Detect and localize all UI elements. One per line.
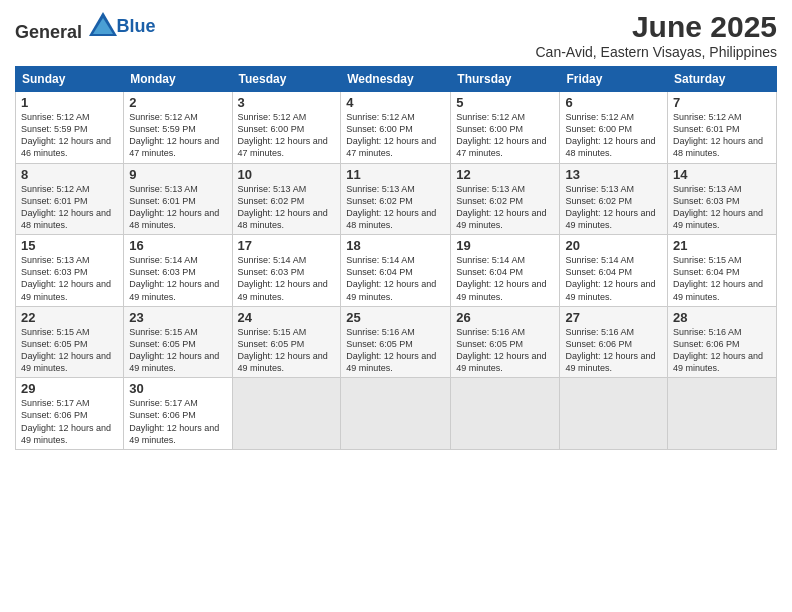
day-info: Sunrise: 5:12 AMSunset: 6:00 PMDaylight:… — [238, 111, 336, 160]
day-info: Sunrise: 5:14 AMSunset: 6:04 PMDaylight:… — [346, 254, 445, 303]
header: General Blue June 2025 Can-Avid, Eastern… — [15, 10, 777, 60]
calendar-row: 29Sunrise: 5:17 AMSunset: 6:06 PMDayligh… — [16, 378, 777, 450]
page: General Blue June 2025 Can-Avid, Eastern… — [0, 0, 792, 612]
day-info: Sunrise: 5:14 AMSunset: 6:03 PMDaylight:… — [129, 254, 226, 303]
day-number: 16 — [129, 238, 226, 253]
table-cell — [560, 378, 668, 450]
col-monday: Monday — [124, 67, 232, 92]
day-number: 10 — [238, 167, 336, 182]
table-cell: 22Sunrise: 5:15 AMSunset: 6:05 PMDayligh… — [16, 306, 124, 378]
table-cell: 7Sunrise: 5:12 AMSunset: 6:01 PMDaylight… — [668, 92, 777, 164]
day-info: Sunrise: 5:16 AMSunset: 6:05 PMDaylight:… — [346, 326, 445, 375]
table-cell: 16Sunrise: 5:14 AMSunset: 6:03 PMDayligh… — [124, 235, 232, 307]
day-number: 19 — [456, 238, 554, 253]
day-number: 4 — [346, 95, 445, 110]
col-sunday: Sunday — [16, 67, 124, 92]
table-cell — [232, 378, 341, 450]
day-number: 7 — [673, 95, 771, 110]
day-number: 18 — [346, 238, 445, 253]
day-info: Sunrise: 5:13 AMSunset: 6:02 PMDaylight:… — [238, 183, 336, 232]
day-number: 13 — [565, 167, 662, 182]
table-cell: 17Sunrise: 5:14 AMSunset: 6:03 PMDayligh… — [232, 235, 341, 307]
table-cell: 21Sunrise: 5:15 AMSunset: 6:04 PMDayligh… — [668, 235, 777, 307]
day-info: Sunrise: 5:12 AMSunset: 6:00 PMDaylight:… — [346, 111, 445, 160]
day-info: Sunrise: 5:15 AMSunset: 6:05 PMDaylight:… — [238, 326, 336, 375]
day-number: 6 — [565, 95, 662, 110]
day-info: Sunrise: 5:17 AMSunset: 6:06 PMDaylight:… — [21, 397, 118, 446]
day-info: Sunrise: 5:16 AMSunset: 6:06 PMDaylight:… — [565, 326, 662, 375]
day-info: Sunrise: 5:14 AMSunset: 6:03 PMDaylight:… — [238, 254, 336, 303]
table-cell — [668, 378, 777, 450]
day-info: Sunrise: 5:13 AMSunset: 6:03 PMDaylight:… — [673, 183, 771, 232]
table-cell: 13Sunrise: 5:13 AMSunset: 6:02 PMDayligh… — [560, 163, 668, 235]
calendar-row: 8Sunrise: 5:12 AMSunset: 6:01 PMDaylight… — [16, 163, 777, 235]
table-cell: 30Sunrise: 5:17 AMSunset: 6:06 PMDayligh… — [124, 378, 232, 450]
day-number: 8 — [21, 167, 118, 182]
day-number: 2 — [129, 95, 226, 110]
day-info: Sunrise: 5:15 AMSunset: 6:05 PMDaylight:… — [21, 326, 118, 375]
day-info: Sunrise: 5:12 AMSunset: 5:59 PMDaylight:… — [129, 111, 226, 160]
table-cell: 9Sunrise: 5:13 AMSunset: 6:01 PMDaylight… — [124, 163, 232, 235]
table-cell: 12Sunrise: 5:13 AMSunset: 6:02 PMDayligh… — [451, 163, 560, 235]
table-cell: 18Sunrise: 5:14 AMSunset: 6:04 PMDayligh… — [341, 235, 451, 307]
day-info: Sunrise: 5:12 AMSunset: 6:00 PMDaylight:… — [456, 111, 554, 160]
day-info: Sunrise: 5:12 AMSunset: 6:00 PMDaylight:… — [565, 111, 662, 160]
day-number: 17 — [238, 238, 336, 253]
day-info: Sunrise: 5:17 AMSunset: 6:06 PMDaylight:… — [129, 397, 226, 446]
day-number: 14 — [673, 167, 771, 182]
header-row: Sunday Monday Tuesday Wednesday Thursday… — [16, 67, 777, 92]
table-cell: 5Sunrise: 5:12 AMSunset: 6:00 PMDaylight… — [451, 92, 560, 164]
day-number: 21 — [673, 238, 771, 253]
day-number: 11 — [346, 167, 445, 182]
table-cell — [341, 378, 451, 450]
calendar-row: 22Sunrise: 5:15 AMSunset: 6:05 PMDayligh… — [16, 306, 777, 378]
table-cell: 1Sunrise: 5:12 AMSunset: 5:59 PMDaylight… — [16, 92, 124, 164]
table-cell: 20Sunrise: 5:14 AMSunset: 6:04 PMDayligh… — [560, 235, 668, 307]
table-cell: 26Sunrise: 5:16 AMSunset: 6:05 PMDayligh… — [451, 306, 560, 378]
table-cell — [451, 378, 560, 450]
table-cell: 10Sunrise: 5:13 AMSunset: 6:02 PMDayligh… — [232, 163, 341, 235]
calendar-row: 15Sunrise: 5:13 AMSunset: 6:03 PMDayligh… — [16, 235, 777, 307]
day-info: Sunrise: 5:14 AMSunset: 6:04 PMDaylight:… — [456, 254, 554, 303]
table-cell: 24Sunrise: 5:15 AMSunset: 6:05 PMDayligh… — [232, 306, 341, 378]
title-section: June 2025 Can-Avid, Eastern Visayas, Phi… — [536, 10, 778, 60]
logo-icon — [89, 10, 117, 38]
day-info: Sunrise: 5:13 AMSunset: 6:03 PMDaylight:… — [21, 254, 118, 303]
calendar-row: 1Sunrise: 5:12 AMSunset: 5:59 PMDaylight… — [16, 92, 777, 164]
day-number: 9 — [129, 167, 226, 182]
day-number: 22 — [21, 310, 118, 325]
col-thursday: Thursday — [451, 67, 560, 92]
day-number: 23 — [129, 310, 226, 325]
col-friday: Friday — [560, 67, 668, 92]
table-cell: 3Sunrise: 5:12 AMSunset: 6:00 PMDaylight… — [232, 92, 341, 164]
day-info: Sunrise: 5:13 AMSunset: 6:01 PMDaylight:… — [129, 183, 226, 232]
day-number: 15 — [21, 238, 118, 253]
day-number: 29 — [21, 381, 118, 396]
day-number: 5 — [456, 95, 554, 110]
day-number: 30 — [129, 381, 226, 396]
day-info: Sunrise: 5:13 AMSunset: 6:02 PMDaylight:… — [565, 183, 662, 232]
day-number: 1 — [21, 95, 118, 110]
calendar-table: Sunday Monday Tuesday Wednesday Thursday… — [15, 66, 777, 450]
table-cell: 2Sunrise: 5:12 AMSunset: 5:59 PMDaylight… — [124, 92, 232, 164]
table-cell: 25Sunrise: 5:16 AMSunset: 6:05 PMDayligh… — [341, 306, 451, 378]
day-number: 25 — [346, 310, 445, 325]
day-info: Sunrise: 5:16 AMSunset: 6:06 PMDaylight:… — [673, 326, 771, 375]
day-number: 24 — [238, 310, 336, 325]
day-number: 28 — [673, 310, 771, 325]
calendar-title: June 2025 — [536, 10, 778, 44]
day-info: Sunrise: 5:13 AMSunset: 6:02 PMDaylight:… — [346, 183, 445, 232]
logo-general: General — [15, 22, 82, 42]
day-number: 3 — [238, 95, 336, 110]
table-cell: 4Sunrise: 5:12 AMSunset: 6:00 PMDaylight… — [341, 92, 451, 164]
day-info: Sunrise: 5:14 AMSunset: 6:04 PMDaylight:… — [565, 254, 662, 303]
calendar-subtitle: Can-Avid, Eastern Visayas, Philippines — [536, 44, 778, 60]
col-saturday: Saturday — [668, 67, 777, 92]
day-info: Sunrise: 5:12 AMSunset: 5:59 PMDaylight:… — [21, 111, 118, 160]
table-cell: 23Sunrise: 5:15 AMSunset: 6:05 PMDayligh… — [124, 306, 232, 378]
logo: General Blue — [15, 10, 156, 43]
day-number: 27 — [565, 310, 662, 325]
day-number: 26 — [456, 310, 554, 325]
day-info: Sunrise: 5:15 AMSunset: 6:05 PMDaylight:… — [129, 326, 226, 375]
day-info: Sunrise: 5:16 AMSunset: 6:05 PMDaylight:… — [456, 326, 554, 375]
